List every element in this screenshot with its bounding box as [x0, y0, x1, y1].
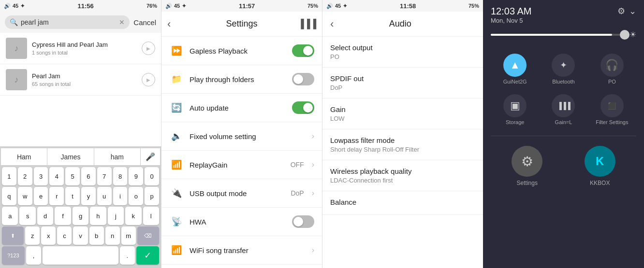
guinet2g-label: GuiNet2G	[503, 79, 527, 85]
cancel-button[interactable]: Cancel	[133, 18, 156, 27]
kb-n[interactable]: n	[105, 226, 120, 245]
song-item-1[interactable]: ♪ Cypress Hill and Pearl Jam 1 songs in …	[0, 33, 161, 64]
kb-period[interactable]: .	[120, 246, 135, 265]
kb-o[interactable]: o	[129, 187, 143, 205]
kb-r[interactable]: r	[49, 187, 64, 205]
play-button-2[interactable]: ▶	[142, 73, 155, 86]
kb-m[interactable]: m	[121, 226, 136, 245]
audio-title: Audio	[339, 19, 461, 29]
kb-key-7[interactable]: 7	[97, 167, 112, 185]
search-wrap[interactable]: 🔍 ✕	[5, 15, 130, 29]
qs-tile-gain[interactable]: ▐▐▐ Gain=L	[539, 89, 587, 130]
kb-u[interactable]: u	[97, 187, 112, 205]
kb-d[interactable]: d	[37, 207, 53, 225]
kb-key-4[interactable]: 4	[49, 167, 64, 185]
search-input[interactable]	[21, 18, 116, 26]
kb-s[interactable]: s	[19, 207, 35, 225]
kb-k[interactable]: k	[125, 207, 141, 225]
kb-g[interactable]: g	[73, 207, 88, 225]
kb-c[interactable]: c	[57, 226, 72, 245]
kb-sug-ham[interactable]: Ham	[1, 148, 47, 165]
play-button-1[interactable]: ▶	[142, 42, 155, 55]
volume-value-1: 45	[13, 3, 18, 9]
kb-j[interactable]: j	[108, 207, 124, 225]
kb-key-5[interactable]: 5	[65, 167, 80, 185]
audio-item-gain[interactable]: Gain LOW	[322, 99, 483, 129]
settings-item-usb[interactable]: 🔌 USB output mode DoP ›	[161, 179, 322, 208]
kb-e[interactable]: e	[34, 187, 48, 205]
settings-item-hwa[interactable]: 📡 HWA	[161, 208, 322, 236]
audio-item-wireless[interactable]: Wireless playback quality LDAC-Connectio…	[322, 160, 483, 191]
audio-item-spdif[interactable]: SPDIF out DoP	[322, 68, 483, 99]
kb-w[interactable]: w	[18, 187, 32, 205]
kb-done[interactable]: ✓	[136, 246, 159, 265]
kb-sug-james[interactable]: James	[47, 148, 94, 165]
audio-item-lowpass[interactable]: Lowpass filter mode Short delay Sharp Ro…	[322, 129, 483, 160]
output-title: Select output	[330, 43, 475, 52]
folders-toggle[interactable]	[292, 73, 314, 85]
settings-item-autoupdate[interactable]: 🔄 Auto update	[161, 94, 322, 122]
kb-key-6[interactable]: 6	[81, 167, 96, 185]
gain-label: Gain=L	[555, 119, 572, 125]
kb-key-2[interactable]: 2	[18, 167, 32, 185]
gear-icon[interactable]: ⚙	[617, 6, 625, 16]
qs-tile-po[interactable]: 🎧 PO	[588, 49, 636, 89]
qs-app-settings[interactable]: ⚙ Settings	[491, 142, 564, 190]
settings-item-replaygain[interactable]: 📶 ReplayGain OFF ›	[161, 151, 322, 179]
qs-tile-filter[interactable]: ⬛ Filter Settings	[588, 89, 636, 130]
song-sub-2: 65 songs in total	[32, 81, 137, 87]
song-item-2[interactable]: ♪ Pearl Jam 65 songs in total ▶	[0, 64, 161, 96]
settings-item-wifi[interactable]: 📶 WiFi song transfer ›	[161, 236, 322, 265]
kb-i[interactable]: i	[113, 187, 128, 205]
autoupdate-icon: 🔄	[169, 100, 184, 115]
back-button[interactable]: ‹	[167, 18, 171, 30]
status-right-1: 76%	[146, 3, 157, 9]
qs-app-kkbox[interactable]: K KKBOX	[564, 142, 637, 190]
kb-z[interactable]: z	[25, 226, 40, 245]
mic-icon[interactable]: 🎤	[141, 148, 160, 165]
kb-key-3[interactable]: 3	[34, 167, 48, 185]
kb-h[interactable]: h	[90, 207, 106, 225]
kb-key-8[interactable]: 8	[113, 167, 128, 185]
qs-tile-bluetooth[interactable]: ✦ Bluetooth	[539, 49, 587, 89]
kb-delete[interactable]: ⌫	[137, 226, 159, 245]
kb-key-1[interactable]: 1	[2, 167, 16, 185]
expand-icon[interactable]: ⌄	[629, 6, 636, 16]
kb-t[interactable]: t	[65, 187, 80, 205]
gain-tile-icon: ▐▐▐	[552, 94, 575, 117]
settings-item-fixedvol[interactable]: 🔈 Fixed volume setting ›	[161, 122, 322, 151]
settings-item-folders[interactable]: 📁 Play through folders	[161, 65, 322, 94]
kb-comma[interactable]: ,	[26, 246, 41, 265]
qs-top-icons: ⚙ ⌄	[617, 6, 636, 16]
clear-icon[interactable]: ✕	[119, 18, 125, 26]
kb-v[interactable]: v	[73, 226, 88, 245]
audio-back-button[interactable]: ‹	[330, 18, 334, 30]
audio-item-balance[interactable]: Balance	[322, 191, 483, 215]
hwa-toggle[interactable]	[292, 215, 314, 228]
kb-shift[interactable]: ⬆	[2, 226, 24, 245]
kb-key-9[interactable]: 9	[129, 167, 143, 185]
gapless-toggle[interactable]	[292, 44, 314, 57]
bars-icon[interactable]: ▐▐▐	[298, 19, 316, 29]
audio-list: Select output PO SPDIF out DoP Gain LOW …	[322, 37, 483, 268]
settings-item-gapless[interactable]: ⏩ Gapless Playback	[161, 37, 322, 65]
kb-b[interactable]: b	[89, 226, 104, 245]
qs-tile-storage[interactable]: ▣ Storage	[491, 89, 539, 130]
kb-l[interactable]: l	[143, 207, 159, 225]
kb-x[interactable]: x	[41, 226, 56, 245]
kb-num-toggle[interactable]: ?123	[2, 246, 25, 265]
kb-f[interactable]: f	[55, 207, 71, 225]
kb-p[interactable]: p	[145, 187, 159, 205]
kb-a[interactable]: a	[2, 207, 18, 225]
folders-label: Play through folders	[190, 75, 286, 84]
kb-space[interactable]	[43, 246, 118, 265]
kb-y[interactable]: y	[81, 187, 96, 205]
kb-sug-ham2[interactable]: ham	[94, 148, 141, 165]
qs-tile-guinet2g[interactable]: ▲ GuiNet2G	[491, 49, 539, 89]
kb-key-0[interactable]: 0	[145, 167, 159, 185]
kb-q[interactable]: q	[2, 187, 16, 205]
brightness-bar[interactable]	[491, 34, 626, 36]
time-2: 11:57	[239, 2, 255, 10]
audio-item-output[interactable]: Select output PO	[322, 37, 483, 68]
autoupdate-toggle[interactable]	[292, 101, 314, 114]
